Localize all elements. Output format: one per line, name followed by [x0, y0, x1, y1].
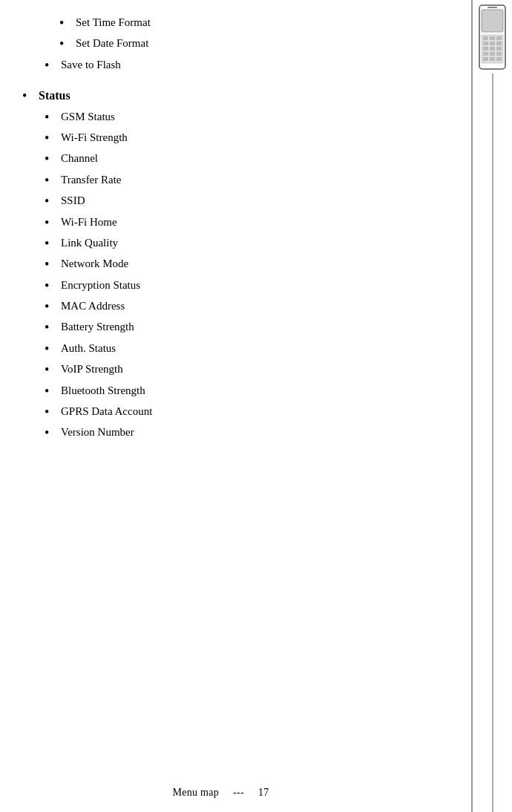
svg-rect-10 — [490, 47, 495, 50]
bullet-icon: • — [45, 130, 58, 147]
list-item: • Set Time Format — [22, 15, 449, 32]
item-label: Network Mode — [61, 256, 128, 272]
bullet-icon: • — [45, 319, 58, 336]
status-section: • Status •GSM Status•Wi-Fi Strength•Chan… — [22, 88, 449, 442]
bullet-icon: • — [45, 404, 58, 421]
phone-image — [476, 4, 509, 71]
bullet-icon: • — [45, 383, 58, 400]
svg-rect-1 — [482, 10, 503, 32]
footer: Menu map --- 17 — [0, 787, 471, 799]
bullet-icon: • — [45, 151, 58, 168]
svg-rect-12 — [483, 52, 488, 56]
bullet-icon: • — [45, 57, 58, 74]
bullet-icon: • — [45, 193, 58, 210]
page-container: • Set Time Format • Set Date Format • Sa… — [0, 0, 512, 812]
svg-rect-16 — [490, 57, 495, 61]
sidebar — [471, 0, 512, 812]
item-label: Set Time Format — [76, 15, 151, 30]
item-label: GSM Status — [61, 109, 115, 125]
item-label: Version Number — [61, 425, 134, 440]
svg-rect-7 — [490, 42, 495, 45]
list-item: •Transfer Rate — [22, 172, 449, 189]
status-header: • Status — [22, 88, 449, 105]
svg-rect-17 — [496, 57, 502, 61]
list-item: •Encryption Status — [22, 278, 449, 295]
phone-icon — [476, 4, 509, 71]
bullet-icon: • — [45, 341, 58, 358]
list-item: •Bluetooth Strength — [22, 383, 449, 400]
svg-rect-13 — [490, 52, 495, 56]
bullet-icon: • — [45, 235, 58, 252]
list-item: •Version Number — [22, 425, 449, 442]
svg-rect-14 — [496, 52, 502, 56]
status-list: •GSM Status•Wi-Fi Strength•Channel•Trans… — [22, 109, 449, 442]
svg-rect-4 — [490, 36, 495, 40]
item-label: Encryption Status — [61, 278, 140, 293]
svg-rect-8 — [496, 42, 502, 45]
main-content: • Set Time Format • Set Date Format • Sa… — [0, 0, 471, 812]
list-item: •VoIP Strength — [22, 361, 449, 379]
list-item: •Battery Strength — [22, 319, 449, 336]
list-item: •MAC Address — [22, 298, 449, 315]
list-item: •Network Mode — [22, 256, 449, 273]
item-label: Set Date Format — [76, 36, 148, 51]
list-item: •Wi-Fi Home — [22, 215, 449, 232]
bullet-icon: • — [45, 278, 58, 295]
svg-rect-6 — [483, 42, 488, 45]
bullet-icon: • — [45, 425, 58, 442]
item-label: GPRS Data Account — [61, 404, 152, 419]
svg-rect-3 — [483, 36, 488, 40]
bullet-icon: • — [45, 298, 58, 315]
item-label: Battery Strength — [61, 319, 134, 335]
svg-rect-15 — [483, 57, 488, 61]
sidebar-line — [492, 73, 493, 812]
bullet-icon: • — [22, 88, 36, 105]
footer-label: Menu map --- 17 — [172, 787, 269, 799]
svg-rect-9 — [483, 47, 488, 50]
svg-rect-5 — [496, 36, 502, 40]
list-item: •Auth. Status — [22, 341, 449, 358]
list-item: •GSM Status — [22, 109, 449, 126]
list-item: •Channel — [22, 151, 449, 168]
bullet-icon: • — [45, 109, 58, 126]
item-label: MAC Address — [61, 298, 125, 314]
item-label: VoIP Strength — [61, 361, 123, 377]
list-item: •Wi-Fi Strength — [22, 130, 449, 147]
svg-rect-18 — [488, 7, 497, 8]
list-item: •Link Quality — [22, 235, 449, 252]
top-items: • Set Time Format • Set Date Format • Sa… — [22, 15, 449, 74]
bullet-icon: • — [45, 361, 58, 379]
item-label: Wi-Fi Strength — [61, 130, 128, 145]
status-title: Status — [39, 88, 70, 104]
list-item: •GPRS Data Account — [22, 404, 449, 421]
item-label: Transfer Rate — [61, 172, 122, 188]
list-item: • Set Date Format — [22, 36, 449, 53]
save-to-flash-label: Save to Flash — [61, 57, 121, 73]
bullet-icon: • — [45, 172, 58, 189]
item-label: Wi-Fi Home — [61, 215, 117, 230]
bullet-icon: • — [45, 256, 58, 273]
list-item: • Save to Flash — [22, 57, 449, 74]
bullet-icon: • — [59, 15, 73, 32]
item-label: Auth. Status — [61, 341, 116, 356]
item-label: SSID — [61, 193, 85, 209]
item-label: Link Quality — [61, 235, 118, 251]
bullet-icon: • — [45, 215, 58, 232]
bullet-icon: • — [59, 36, 73, 53]
item-label: Bluetooth Strength — [61, 383, 145, 399]
item-label: Channel — [61, 151, 98, 166]
list-item: •SSID — [22, 193, 449, 210]
svg-rect-11 — [496, 47, 502, 50]
